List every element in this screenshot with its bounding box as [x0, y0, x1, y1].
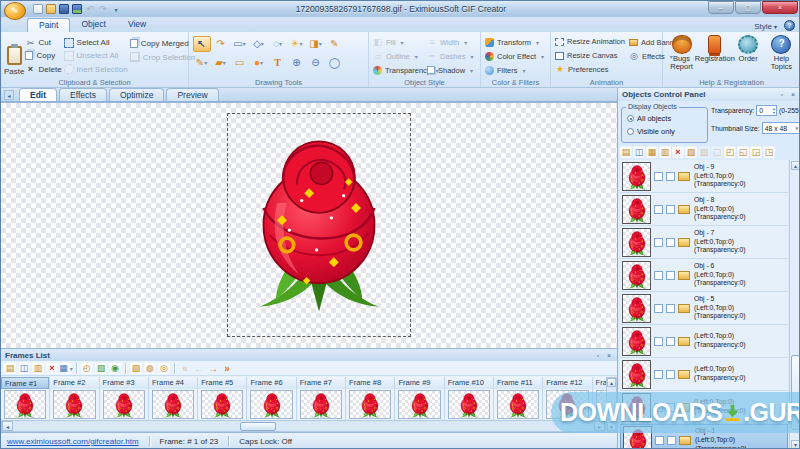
bugs-report-button[interactable]: Bugs Report [665, 35, 698, 76]
object-checkbox[interactable] [666, 370, 675, 379]
object-checkbox[interactable] [666, 271, 675, 280]
object-thumbnail[interactable] [622, 261, 651, 290]
frame-item[interactable]: Frame #9 [395, 377, 444, 420]
last-frame-icon[interactable]: » [221, 362, 233, 374]
website-link[interactable]: www.eximioussoft.com/gifcreator.htm [7, 437, 139, 446]
quick-access-menu-icon[interactable]: ▾ [111, 4, 121, 14]
magic-wand-tool[interactable]: ☀ [288, 36, 306, 52]
close-icon[interactable]: × [789, 91, 797, 98]
object-row[interactable]: (Left:0,Top:0) (Transparency:0) [620, 358, 788, 391]
object-edit-icon[interactable] [678, 205, 690, 214]
frame-item[interactable]: Frame #2 [50, 377, 99, 420]
preferences-button[interactable]: ★Preferences [554, 62, 626, 76]
style-menu[interactable]: Style ▾ [754, 22, 777, 31]
resize-canvas-button[interactable]: Resize Canvas [554, 49, 626, 63]
send-backward-icon[interactable]: ◲ [750, 146, 762, 158]
frame-item[interactable]: Frame #6 [247, 377, 296, 420]
frame-properties-icon[interactable]: ▦ [60, 362, 72, 374]
merge-object-icon[interactable]: ▨ [698, 146, 710, 158]
balloon-tool[interactable]: ● [250, 55, 268, 71]
frame-thumbnail[interactable] [300, 390, 342, 419]
object-checkbox[interactable] [666, 172, 675, 181]
object-checkbox[interactable] [655, 436, 664, 445]
curve-tool[interactable]: ↷ [212, 36, 230, 52]
rect-select-tool[interactable]: ▭ [231, 36, 249, 52]
frame-item[interactable]: Frame #4 [149, 377, 198, 420]
frame-thumbnail[interactable] [250, 390, 292, 419]
zoom-in-tool[interactable]: ⊕ [288, 55, 306, 71]
radio-icon[interactable] [627, 115, 634, 122]
object-checkbox[interactable] [654, 337, 663, 346]
object-checkbox[interactable] [654, 238, 663, 247]
frames-horizontal-scrollbar[interactable]: ◂ ▸ [1, 420, 606, 432]
tab-preview[interactable]: Preview [166, 88, 218, 101]
object-checkbox[interactable] [654, 370, 663, 379]
object-thumbnail[interactable] [622, 162, 651, 191]
bring-forward-icon[interactable]: ◱ [737, 146, 749, 158]
selection-rectangle[interactable] [227, 113, 411, 337]
zoom-out-tool[interactable]: ⊖ [307, 55, 325, 71]
object-row[interactable]: (Left:0,Top:0) (Transparency:0) [620, 325, 788, 358]
send-back-icon[interactable]: ◳ [763, 146, 775, 158]
scroll-down-icon[interactable]: ▾ [791, 440, 800, 449]
object-thumbnail[interactable] [622, 195, 651, 224]
tab-effects[interactable]: Effects [59, 88, 107, 101]
new-object-icon[interactable]: ▤ [620, 146, 632, 158]
frame-object-icon[interactable]: ▢ [711, 146, 723, 158]
duplicate-frame-icon[interactable]: ◫ [18, 362, 30, 374]
open-file-icon[interactable] [46, 4, 56, 14]
frame-thumbnail[interactable] [4, 390, 46, 419]
fill-button[interactable]: ◧Fill [372, 35, 426, 49]
tab-view[interactable]: View [117, 18, 157, 32]
object-thumbnail[interactable] [622, 327, 651, 356]
minimize-button[interactable]: – [708, 1, 734, 14]
object-checkbox[interactable] [654, 205, 663, 214]
pin-icon[interactable]: ▫ [778, 91, 786, 98]
object-edit-icon[interactable] [678, 304, 690, 313]
scroll-up-icon[interactable]: ▴ [791, 161, 800, 170]
frame-thumbnail[interactable] [53, 390, 95, 419]
resize-animation-button[interactable]: Resize Animation [554, 35, 626, 49]
frame-thumbnail[interactable] [152, 390, 194, 419]
object-edit-icon[interactable] [678, 238, 690, 247]
thumbnail-size-select[interactable]: 48 x 48 ▾ [762, 122, 800, 134]
spin-down-icon[interactable]: ▾ [773, 111, 775, 115]
tab-paint[interactable]: Paint [27, 18, 70, 32]
undo-frame-icon[interactable]: ◴ [81, 362, 93, 374]
resize-frame-icon[interactable]: ▨ [130, 362, 142, 374]
delete-frame-icon[interactable]: × [46, 362, 58, 374]
pin-icon[interactable]: ▫ [594, 352, 602, 359]
inert-selection-button[interactable]: Inert Selection [63, 63, 129, 76]
frame-thumbnail[interactable] [103, 390, 145, 419]
duplicate-object-icon[interactable]: ◫ [633, 146, 645, 158]
delete-button[interactable]: ×Delete [24, 63, 62, 76]
save-all-icon[interactable] [72, 4, 82, 14]
paste-button[interactable]: Paste [4, 34, 24, 76]
tab-edit[interactable]: Edit [19, 88, 57, 101]
redo-icon[interactable]: ↷ [98, 4, 108, 14]
bring-front-icon[interactable]: ◰ [724, 146, 736, 158]
tab-scroll-left-icon[interactable]: ◂ [4, 90, 14, 100]
marker-tool[interactable]: ▰ [212, 55, 230, 71]
object-thumbnail[interactable] [622, 294, 651, 323]
copy-merged-button[interactable]: Copy Merged [129, 36, 196, 50]
object-row[interactable]: Obj - 7 (Left:0,Top:0) (Transparency:0) [620, 226, 788, 259]
tab-object[interactable]: Object [70, 18, 117, 32]
radio-icon[interactable] [627, 128, 634, 135]
previous-frame-icon[interactable]: ← [193, 362, 205, 374]
edit-canvas[interactable] [1, 102, 617, 348]
copy-button[interactable]: Copy [24, 49, 62, 62]
scroll-up-icon[interactable]: ▴ [607, 378, 616, 387]
radio-all-objects[interactable]: All objects [627, 114, 707, 123]
fill-tool[interactable]: ◨ [307, 36, 325, 52]
capture-frame-icon[interactable]: ◉ [109, 362, 121, 374]
frame-item[interactable]: Frame #3 [100, 377, 149, 420]
object-row[interactable]: Obj - 5 (Left:0,Top:0) (Transparency:0) [620, 292, 788, 325]
cut-button[interactable]: ✂Cut [24, 36, 62, 49]
scrollbar-thumb[interactable] [240, 422, 276, 431]
scroll-left-icon[interactable]: ◂ [2, 421, 13, 431]
order-button[interactable]: Order [732, 35, 765, 76]
object-row[interactable]: Obj - 8 (Left:0,Top:0) (Transparency:0) [620, 193, 788, 226]
shape-tool[interactable]: ▭ [231, 55, 249, 71]
filters-button[interactable]: Filters [484, 63, 547, 77]
